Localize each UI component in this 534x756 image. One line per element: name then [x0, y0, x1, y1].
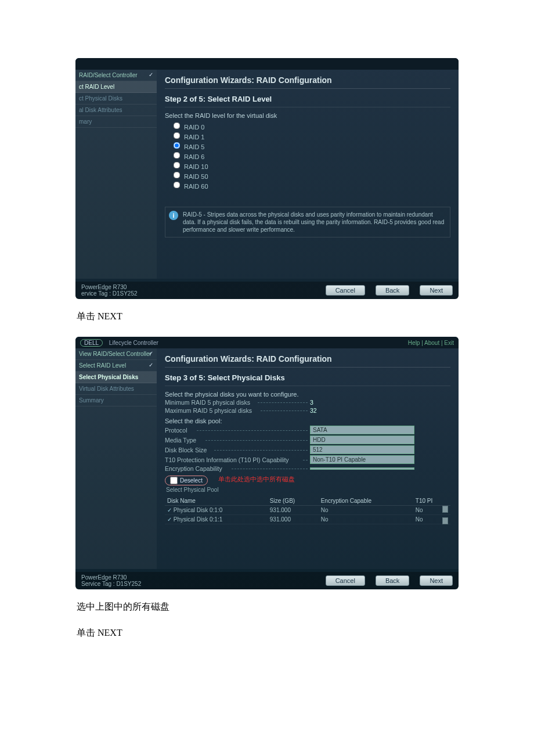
step-subtitle-2: Select the physical disks you want to co…: [165, 386, 450, 398]
red-annotation: 单击此处选中选中所有磁盘: [218, 475, 295, 484]
block-label: Disk Block Size: [165, 447, 310, 453]
raid-radio-5[interactable]: [174, 142, 181, 149]
wizard-title-2: Configuration Wizards: RAID Configuratio…: [165, 352, 450, 368]
next-button[interactable]: Next: [420, 285, 453, 296]
step-title: Step 2 of 5: Select RAID Level: [165, 89, 450, 107]
col-size: Size (GB): [268, 496, 319, 506]
raid-option-10[interactable]: RAID 10: [173, 161, 450, 171]
service-tag: ervice Tag : D1SY252: [81, 290, 138, 297]
sidebar-item-summary-2: Summary: [75, 395, 157, 406]
protocol-select[interactable]: SATA: [310, 426, 414, 434]
screenshot-raid-level: RAID/Select Controller ct RAID Level ct …: [75, 58, 459, 299]
wizard-panel: RAID/Select Controller ct RAID Level ct …: [75, 70, 459, 279]
step-subtitle: Select the RAID level for the virtual di…: [165, 107, 450, 119]
caption-click-next-1: 单击 NEXT: [77, 311, 459, 323]
raid-info-box: i RAID-5 - Stripes data across the physi…: [165, 207, 450, 237]
raid-option-6[interactable]: RAID 6: [173, 151, 450, 161]
sidebar-item-physical-disks: ct Physical Disks: [75, 93, 157, 105]
cancel-button[interactable]: Cancel: [326, 285, 365, 296]
raid-radio-60[interactable]: [174, 182, 181, 189]
block-select[interactable]: 512: [310, 445, 414, 454]
wizard-sidebar: RAID/Select Controller ct RAID Level ct …: [75, 70, 157, 279]
caption-select-all-disks: 选中上图中的所有磁盘: [77, 601, 459, 613]
table-row[interactable]: Physical Disk 0:1:0 931.000 No No: [165, 506, 450, 515]
step-title-2: Step 3 of 5: Select Physical Disks: [165, 368, 450, 386]
sidebar-item-summary: mary: [75, 116, 157, 128]
footer-model-tag-2: PowerEdge R730 Service Tag : D1SY252: [81, 574, 141, 587]
window-top-bar-2: DELL Lifecycle Controller Help | About |…: [75, 337, 459, 348]
table-row[interactable]: Physical Disk 0:1:1 931.000 No No: [165, 515, 450, 524]
disk-table: Disk Name Size (GB) Encryption Capable T…: [165, 496, 450, 524]
sidebar-item-controller[interactable]: RAID/Select Controller: [75, 70, 157, 81]
wizard-sidebar-2: View RAID/Select Controller Select RAID …: [75, 348, 157, 569]
wizard-panel-2: View RAID/Select Controller Select RAID …: [75, 348, 459, 569]
raid-option-60[interactable]: RAID 60: [173, 181, 450, 190]
scroll-down-icon[interactable]: [442, 517, 448, 524]
col-encryption: Encryption Capable: [319, 496, 413, 506]
wizard-main: Configuration Wizards: RAID Configuratio…: [157, 70, 459, 279]
caption-click-next-2: 单击 NEXT: [77, 627, 459, 639]
raid-option-50[interactable]: RAID 50: [173, 171, 450, 181]
sidebar-item-raid-level[interactable]: ct RAID Level: [75, 81, 157, 93]
scroll-up-icon[interactable]: [442, 506, 448, 513]
physical-pool-note: Select Physical Pool: [166, 487, 450, 493]
sidebar-item-physical-disks-2[interactable]: Select Physical Disks: [75, 372, 157, 383]
deselect-button[interactable]: Deselect: [165, 476, 208, 485]
wizard-footer: PowerEdge R730 ervice Tag : D1SY252 Canc…: [75, 282, 459, 299]
service-tag-2: Service Tag : D1SY252: [81, 581, 141, 587]
wizard-main-2: Configuration Wizards: RAID Configuratio…: [157, 348, 459, 569]
raid-radio-10[interactable]: [174, 162, 181, 169]
deselect-checkbox[interactable]: [170, 477, 178, 484]
brand-logo: DELL: [80, 339, 103, 347]
footer-model-tag: PowerEdge R730 ervice Tag : D1SY252: [81, 284, 138, 297]
col-disk-name: Disk Name: [165, 496, 268, 506]
model-label: PowerEdge R730: [81, 284, 138, 290]
raid-radio-0[interactable]: [174, 123, 181, 129]
t10-select[interactable]: Non-T10 PI Capable: [310, 455, 414, 464]
wizard-title: Configuration Wizards: RAID Configuratio…: [165, 73, 450, 89]
lifecycle-label: Lifecycle Controller: [109, 340, 158, 346]
raid-option-5[interactable]: RAID 5: [173, 141, 450, 151]
max-disks-label: Maximum RAID 5 physical disks: [165, 407, 310, 414]
col-t10: T10 PI: [413, 496, 450, 506]
sidebar-item-disk-attributes-2: Virtual Disk Attributes: [75, 383, 157, 395]
model-label-2: PowerEdge R730: [81, 574, 141, 581]
wizard-footer-2: PowerEdge R730 Service Tag : D1SY252 Can…: [75, 572, 459, 589]
min-disks-label: Minimum RAID 5 physical disks: [165, 399, 310, 406]
raid-option-1[interactable]: RAID 1: [173, 131, 450, 141]
info-icon: i: [169, 211, 178, 220]
raid-radio-50[interactable]: [174, 172, 181, 179]
protocol-label: Protocol: [165, 427, 310, 434]
sidebar-item-controller-2[interactable]: View RAID/Select Controller: [75, 348, 157, 360]
media-label: Media Type: [165, 437, 310, 444]
encryption-label: Encryption Capability: [165, 465, 310, 472]
raid-option-0[interactable]: RAID 0: [173, 121, 450, 131]
next-button-2[interactable]: Next: [420, 575, 453, 586]
max-disks-value: 32: [310, 407, 345, 414]
raid-level-options: RAID 0 RAID 1 RAID 5 RAID 6 RAID 10 RAID…: [165, 119, 450, 190]
cancel-button-2[interactable]: Cancel: [326, 575, 365, 586]
media-select[interactable]: HDD: [310, 435, 414, 444]
back-button[interactable]: Back: [376, 285, 409, 296]
min-disks-value: 3: [310, 399, 345, 406]
t10-label: T10 Protection Information (T10 PI) Capa…: [165, 456, 310, 463]
raid-info-text: RAID-5 - Stripes data across the physica…: [183, 211, 444, 233]
raid-radio-1[interactable]: [174, 132, 181, 139]
pool-label: Select the disk pool:: [165, 415, 450, 424]
screenshot-physical-disks: DELL Lifecycle Controller Help | About |…: [75, 337, 459, 589]
sidebar-item-raid-level-2[interactable]: Select RAID Level: [75, 360, 157, 372]
window-top-bar: [75, 58, 459, 70]
back-button-2[interactable]: Back: [376, 575, 409, 586]
encryption-select[interactable]: [310, 467, 414, 470]
top-links[interactable]: Help | About | Exit: [408, 340, 454, 346]
sidebar-item-disk-attributes: al Disk Attributes: [75, 105, 157, 116]
raid-radio-6[interactable]: [174, 152, 181, 159]
